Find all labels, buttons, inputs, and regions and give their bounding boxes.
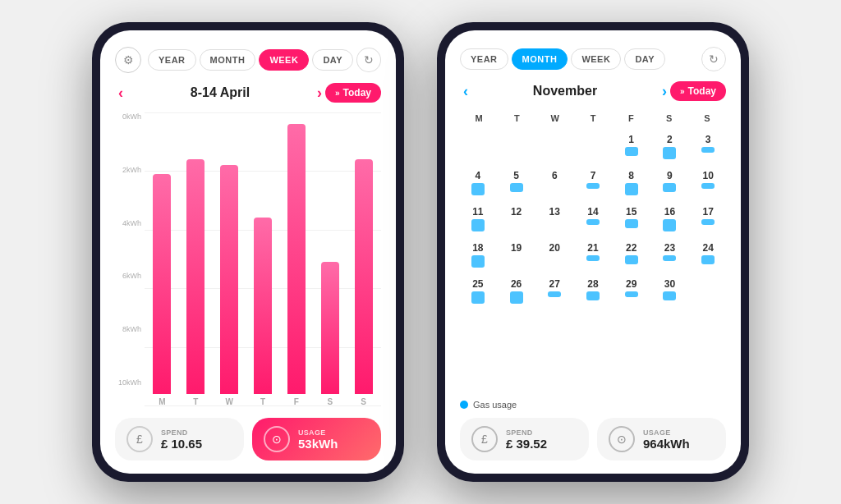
cal-cell-10[interactable]: 10 [690, 167, 726, 199]
legend-text: Gas usage [473, 400, 517, 410]
cal-num: 4 [476, 168, 481, 181]
usage-icon-1: ⊙ [264, 426, 290, 452]
cal-num: 10 [702, 168, 713, 181]
cal-cell-empty [460, 131, 496, 163]
cal-week-3: 18 19 20 21 22 23 24 [460, 239, 726, 272]
spend-value-1: £ 10.65 [161, 437, 202, 451]
cal-cell-7[interactable]: 7 [575, 167, 611, 199]
bar-col-T: T [249, 112, 278, 406]
prev-arrow-1[interactable]: ‹ [115, 85, 126, 102]
spend-card-2: £ Spend £ 39.52 [460, 418, 589, 460]
day-label-S: S [361, 397, 366, 406]
cal-cell-29[interactable]: 29 [614, 275, 650, 308]
bar-W[interactable] [220, 165, 238, 394]
cal-cell-9[interactable]: 9 [652, 167, 688, 199]
cal-header-f: F [612, 111, 650, 126]
cal-cell-6[interactable]: 6 [536, 167, 572, 199]
day-label-T: T [260, 397, 265, 406]
bar-T[interactable] [254, 218, 272, 394]
cal-cell-16[interactable]: 16 [652, 203, 688, 236]
next-arrow-2[interactable]: › [659, 83, 670, 100]
cal-cell-3[interactable]: 3 [690, 131, 726, 163]
settings-icon[interactable]: ⚙ [115, 47, 141, 73]
cal-bar [701, 219, 715, 225]
cal-num: 11 [472, 204, 483, 218]
cal-cell-13[interactable]: 13 [536, 203, 572, 236]
tab-year-1[interactable]: YEAR [148, 49, 196, 71]
cal-cell-1[interactable]: 1 [614, 131, 650, 163]
cal-bar [701, 147, 715, 153]
y-label-3: 4kWh [115, 219, 145, 227]
tab-week-2[interactable]: WEEK [571, 48, 621, 70]
cal-cell-21[interactable]: 21 [575, 239, 611, 272]
tab-day-1[interactable]: DAY [312, 49, 353, 71]
tab-day-2[interactable]: DAY [624, 48, 665, 70]
cal-cell-26[interactable]: 26 [499, 275, 535, 308]
bar-T[interactable] [186, 159, 205, 394]
cal-cell-2[interactable]: 2 [652, 131, 688, 163]
cal-week-2: 11 12 13 14 15 16 17 [460, 203, 726, 236]
tab-month-2[interactable]: MONTH [512, 48, 568, 70]
cal-cell-30[interactable]: 30 [652, 275, 688, 308]
cal-cell-20[interactable]: 20 [536, 239, 572, 272]
cal-cell-27[interactable]: 27 [536, 275, 572, 308]
cal-cell-8[interactable]: 8 [614, 167, 650, 199]
prev-arrow-2[interactable]: ‹ [460, 83, 471, 100]
phone-1: ⚙ YEAR MONTH WEEK DAY ↻ ‹ 8-14 April › »… [92, 22, 404, 482]
bar-S[interactable] [355, 159, 373, 394]
date-label-2: November [471, 84, 659, 99]
day-label-T: T [193, 397, 198, 406]
bar-M[interactable] [153, 174, 171, 395]
phone-2: YEAR MONTH WEEK DAY ↻ ‹ November › » Tod… [437, 22, 749, 482]
cal-cell-12[interactable]: 12 [499, 203, 535, 236]
cal-cell-5[interactable]: 5 [499, 167, 535, 199]
cal-bar [471, 219, 485, 231]
cal-week-4: 25 26 27 28 29 30 [460, 275, 726, 308]
tab-month-1[interactable]: MONTH [200, 49, 256, 71]
cal-day-headers: M T W T F S S [460, 111, 726, 126]
cal-bar [510, 183, 523, 192]
cal-cell-23[interactable]: 23 [652, 239, 688, 272]
today-button-2[interactable]: » Today [670, 81, 726, 101]
cal-cell-empty [499, 131, 535, 163]
day-label-S: S [327, 397, 333, 406]
spend-title-2: Spend [506, 428, 547, 437]
spend-info-2: Spend £ 39.52 [506, 428, 547, 451]
bar-chart-container: M T W T F S S [145, 112, 381, 406]
date-nav-1: ‹ 8-14 April › » Today [115, 83, 381, 103]
tab-year-2[interactable]: YEAR [460, 48, 508, 70]
cal-num: 26 [511, 277, 522, 290]
cal-cell-11[interactable]: 11 [460, 203, 496, 236]
calendar-grid: M T W T F S S 1 [460, 111, 726, 393]
cal-num: 23 [664, 241, 675, 254]
next-arrow-1[interactable]: › [314, 85, 325, 102]
bar-S[interactable] [321, 262, 339, 394]
cal-cell-18[interactable]: 18 [460, 239, 496, 272]
cal-cell-15[interactable]: 15 [614, 203, 650, 236]
cal-num: 12 [511, 204, 522, 218]
cal-cell-4[interactable]: 4 [460, 167, 496, 199]
today-button-1[interactable]: » Today [325, 83, 381, 103]
day-label-F: F [294, 397, 299, 406]
cal-bar [625, 183, 638, 195]
cal-num: 7 [591, 168, 596, 181]
cal-num: 20 [549, 241, 560, 254]
bar-F[interactable] [287, 124, 306, 394]
cal-cell-28[interactable]: 28 [575, 275, 611, 308]
bar-col-M: M [148, 112, 177, 406]
cal-cell-14[interactable]: 14 [575, 203, 611, 236]
refresh-button-2[interactable]: ↻ [701, 47, 726, 71]
cal-cell-25[interactable]: 25 [460, 275, 496, 308]
cal-cell-empty [575, 131, 611, 163]
period-tabs-1: ⚙ YEAR MONTH WEEK DAY ↻ [115, 47, 381, 73]
cal-cell-22[interactable]: 22 [614, 239, 650, 272]
cal-cell-19[interactable]: 19 [499, 239, 535, 272]
cal-bar [586, 219, 600, 225]
spend-icon-1: £ [126, 426, 153, 452]
cal-cell-24[interactable]: 24 [690, 239, 726, 272]
tab-week-1[interactable]: WEEK [259, 49, 309, 71]
y-label-1: 8kWh [115, 325, 145, 333]
refresh-button-1[interactable]: ↻ [356, 48, 381, 72]
cal-cell-17[interactable]: 17 [690, 203, 726, 236]
cal-num: 3 [705, 132, 711, 145]
